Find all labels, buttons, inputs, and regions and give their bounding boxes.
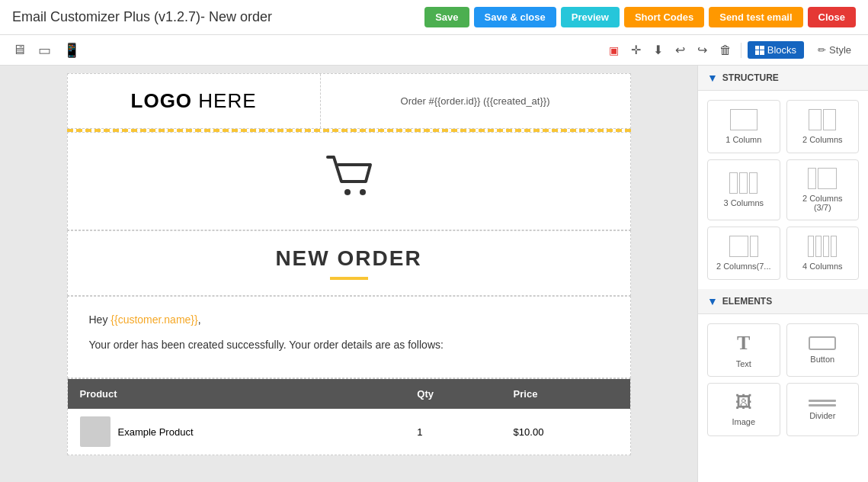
2-columns-37-icon: [808, 168, 837, 189]
move-icon[interactable]: ✛: [628, 41, 644, 59]
email-body-section[interactable]: Hey {{customer.name}}, Your order has be…: [67, 296, 631, 378]
button-element-label: Button: [810, 355, 834, 364]
main-layout: LOGO HERE Order #{{order.id}} ({{created…: [0, 66, 868, 482]
qty-col-header: Qty: [405, 379, 501, 409]
image-element-label: Image: [732, 417, 755, 426]
structure-2-columns-37[interactable]: 2 Columns (3/7): [786, 159, 860, 220]
element-image[interactable]: 🖼 Image: [707, 383, 780, 436]
sidebar: ▼ STRUCTURE 1 Column 2 Columns: [697, 66, 868, 482]
4-columns-label: 4 Columns: [802, 262, 843, 271]
structure-chevron-icon: ▼: [707, 72, 718, 84]
select-icon[interactable]: ▣: [606, 43, 622, 58]
close-button[interactable]: Close: [808, 7, 856, 27]
preview-button[interactable]: Preview: [561, 7, 620, 27]
elements-section-header[interactable]: ▼ ELEMENTS: [698, 289, 868, 314]
paint-brush-icon: ✏: [818, 44, 826, 56]
elements-grid: T Text Button 🖼 Image Divider: [698, 314, 868, 445]
product-thumbnail: [80, 416, 111, 447]
structure-grid: 1 Column 2 Columns 3 Columns: [698, 91, 868, 289]
table-row: Example Product 1 $10.00: [68, 409, 630, 455]
header-buttons: Save Save & close Preview Short Codes Se…: [424, 7, 856, 27]
structure-3-columns[interactable]: 3 Columns: [707, 159, 780, 220]
body-text: Your order has been created successfully…: [89, 337, 609, 353]
button-element-icon: [809, 336, 836, 350]
email-logo-block[interactable]: LOGO HERE: [68, 74, 321, 128]
redo-icon[interactable]: ↪: [694, 41, 710, 59]
toolbar-right: ▣ ✛ ⬇ ↩ ↪ 🗑 Blocks ✏ Style: [606, 41, 859, 59]
email-header-row[interactable]: LOGO HERE Order #{{order.id}} ({{created…: [67, 73, 631, 129]
toolbar: 🖥 ▭ 📱 ▣ ✛ ⬇ ↩ ↪ 🗑 Blocks ✏ Style: [0, 35, 868, 66]
style-button[interactable]: ✏ Style: [810, 41, 859, 59]
toolbar-divider: [741, 43, 741, 58]
save-button[interactable]: Save: [424, 7, 469, 27]
blocks-button[interactable]: Blocks: [748, 41, 804, 59]
divider-element-icon: [809, 400, 836, 406]
price-col-header: Price: [501, 379, 630, 409]
device-icons: 🖥 ▭ 📱: [9, 40, 600, 60]
send-test-button[interactable]: Send test email: [709, 7, 802, 27]
price-cell: $10.00: [501, 409, 630, 455]
email-cart-section[interactable]: [67, 132, 631, 230]
save-close-button[interactable]: Save & close: [474, 7, 556, 27]
email-order-info[interactable]: Order #{{order.id}} ({{created_at}}): [321, 74, 630, 128]
short-codes-button[interactable]: Short Codes: [624, 7, 704, 27]
2-columns-7-label: 2 Columns(7...: [716, 262, 771, 271]
3-columns-label: 3 Columns: [723, 198, 764, 207]
blocks-grid-icon: [755, 46, 764, 55]
element-text[interactable]: T Text: [707, 323, 780, 377]
qty-cell: 1: [405, 409, 501, 455]
tablet-icon[interactable]: ▭: [35, 40, 54, 60]
structure-section-header[interactable]: ▼ STRUCTURE: [698, 66, 868, 91]
divider-element-label: Divider: [809, 411, 835, 420]
image-element-icon: 🖼: [735, 393, 752, 413]
undo-icon[interactable]: ↩: [672, 41, 688, 59]
mobile-icon[interactable]: 📱: [60, 40, 83, 60]
title-underline: [330, 277, 368, 280]
2-columns-37-label: 2 Columns (3/7): [802, 194, 843, 212]
4-columns-icon: [808, 236, 837, 257]
elements-label: ELEMENTS: [722, 296, 772, 307]
product-cell: Example Product: [68, 409, 405, 455]
structure-label: STRUCTURE: [722, 72, 779, 83]
2-columns-7-icon: [729, 236, 758, 257]
elements-chevron-icon: ▼: [707, 295, 718, 307]
email-table-section: Product Qty Price Example Product 1: [67, 378, 631, 455]
cart-icon: [322, 148, 376, 214]
greeting-text: Hey {{customer.name}},: [89, 312, 609, 328]
structure-2-columns[interactable]: 2 Columns: [786, 100, 860, 153]
1-column-label: 1 Column: [725, 135, 761, 144]
new-order-title: NEW ORDER: [83, 246, 615, 271]
2-columns-icon: [809, 109, 836, 130]
app-title: Email Customizer Plus (v1.2.7)- New orde…: [12, 9, 272, 25]
email-canvas[interactable]: LOGO HERE Order #{{order.id}} ({{created…: [0, 66, 697, 482]
structure-1-column[interactable]: 1 Column: [707, 100, 780, 153]
3-columns-icon: [729, 172, 757, 194]
email-wrapper: LOGO HERE Order #{{order.id}} ({{created…: [67, 73, 631, 455]
element-button[interactable]: Button: [786, 323, 860, 377]
logo-text: LOGO HERE: [131, 89, 257, 113]
structure-2-columns-7[interactable]: 2 Columns(7...: [707, 227, 780, 280]
product-col-header: Product: [68, 379, 405, 409]
2-columns-label: 2 Columns: [802, 135, 843, 144]
product-table: Product Qty Price Example Product 1: [68, 379, 630, 455]
table-header-row: Product Qty Price: [68, 379, 630, 409]
style-label: Style: [829, 44, 851, 56]
product-name: Example Product: [118, 426, 194, 438]
email-title-section[interactable]: NEW ORDER: [67, 230, 631, 296]
download-icon[interactable]: ⬇: [650, 41, 666, 59]
structure-4-columns[interactable]: 4 Columns: [786, 227, 860, 280]
svg-point-0: [344, 189, 351, 195]
app-header: Email Customizer Plus (v1.2.7)- New orde…: [0, 0, 868, 35]
customer-name-var: {{customer.name}}: [111, 313, 197, 326]
text-element-label: Text: [736, 359, 751, 368]
text-element-icon: T: [737, 332, 750, 355]
1-column-icon: [730, 109, 757, 130]
blocks-label: Blocks: [767, 44, 796, 56]
desktop-icon[interactable]: 🖥: [9, 40, 29, 59]
delete-icon[interactable]: 🗑: [716, 42, 735, 59]
element-divider[interactable]: Divider: [786, 383, 860, 436]
svg-point-1: [360, 189, 366, 195]
